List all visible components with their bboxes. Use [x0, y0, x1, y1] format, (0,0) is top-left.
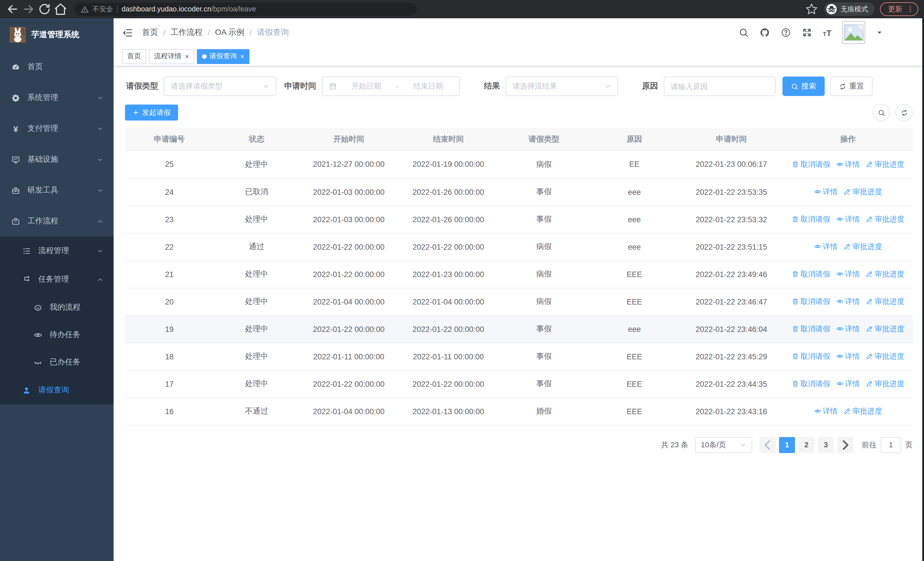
- progress-action-link[interactable]: 审批进度: [866, 269, 904, 279]
- github-icon[interactable]: [759, 27, 770, 38]
- browser-back-icon[interactable]: [6, 2, 20, 16]
- avatar[interactable]: [842, 21, 865, 44]
- sidebar-item-process-mgmt[interactable]: 流程管理: [0, 236, 114, 265]
- page-content: 请假类型 请选择请假类型 申请时间 开始日期 - 结束日期: [114, 66, 924, 561]
- reset-button[interactable]: 重置: [830, 77, 873, 96]
- detail-action-link[interactable]: 详情: [814, 242, 837, 252]
- breadcrumb-item[interactable]: OA 示例: [215, 27, 244, 38]
- progress-action-link[interactable]: 审批进度: [866, 296, 904, 307]
- close-icon[interactable]: ×: [185, 53, 189, 60]
- cancel-action-link[interactable]: 取消请假: [791, 324, 830, 334]
- detail-action-link[interactable]: 详情: [836, 269, 860, 279]
- sidebar-item-done-tasks[interactable]: 已办任务: [0, 349, 114, 376]
- next-page-button[interactable]: [837, 437, 853, 453]
- logo-row[interactable]: 芋道管理系统: [0, 18, 114, 51]
- browser-reload-icon[interactable]: [38, 2, 51, 16]
- sidebar-item-todo-tasks[interactable]: 待办任务: [0, 321, 114, 349]
- cancel-action-link[interactable]: 取消请假: [791, 351, 830, 362]
- page-button-1[interactable]: 1: [779, 437, 795, 453]
- progress-action-link[interactable]: 审批进度: [866, 351, 904, 362]
- cell-status: 通过: [214, 233, 300, 260]
- briefcase-icon: [11, 217, 20, 226]
- detail-action-link[interactable]: 详情: [836, 351, 860, 362]
- create-leave-button[interactable]: 发起请假: [125, 105, 178, 120]
- user-icon: [22, 386, 31, 394]
- tab-流程详情[interactable]: 流程详情×: [149, 49, 194, 64]
- progress-action-link[interactable]: 审批进度: [866, 324, 904, 334]
- date-start-placeholder[interactable]: 开始日期: [341, 81, 392, 92]
- browser-home-icon[interactable]: [54, 2, 68, 16]
- breadcrumb-item[interactable]: 工作流程: [171, 27, 202, 38]
- cancel-action-link[interactable]: 取消请假: [791, 269, 830, 279]
- cancel-action-link[interactable]: 取消请假: [791, 214, 830, 224]
- detail-action-link[interactable]: 详情: [836, 159, 860, 169]
- sidebar-item-workflow[interactable]: 工作流程: [0, 206, 114, 236]
- progress-action-link[interactable]: 审批进度: [843, 187, 882, 197]
- detail-action-link[interactable]: 详情: [836, 379, 860, 389]
- browser-update-button[interactable]: 更新: [880, 2, 918, 16]
- page-button-3[interactable]: 3: [818, 437, 834, 453]
- logo-image: [10, 27, 26, 43]
- dashboard-icon: [11, 63, 20, 71]
- cancel-action-link[interactable]: 取消请假: [791, 379, 830, 389]
- monitor-icon: [11, 155, 20, 164]
- security-warning-icon[interactable]: [81, 5, 88, 13]
- browser-menu-icon[interactable]: [906, 5, 914, 13]
- sidebar-item-task-mgmt[interactable]: 任务管理: [0, 265, 114, 294]
- cell-id: 20: [125, 288, 214, 315]
- close-icon[interactable]: ×: [240, 53, 244, 60]
- sidebar-item-home[interactable]: 首页: [0, 51, 114, 82]
- progress-action-link[interactable]: 审批进度: [843, 406, 882, 417]
- tab-请假查询[interactable]: 请假查询×: [197, 49, 249, 64]
- progress-action-link[interactable]: 审批进度: [866, 214, 904, 224]
- breadcrumb-item[interactable]: 首页: [142, 27, 158, 38]
- browser-forward-icon[interactable]: [22, 2, 35, 16]
- progress-action-link[interactable]: 审批进度: [866, 379, 904, 389]
- url-bar[interactable]: 不安全 dashboard.yudao.iocoder.cn/bpm/oa/le…: [74, 3, 417, 16]
- sidebar-item-pay-mgmt[interactable]: ¥支付管理: [0, 113, 114, 144]
- toggle-search-button[interactable]: [873, 104, 890, 121]
- refresh-table-button[interactable]: [896, 104, 913, 121]
- table-row: 21处理中2022-01-22 00:00:002022-01-23 00:00…: [125, 260, 913, 288]
- detail-action-link[interactable]: 详情: [814, 187, 837, 197]
- fullscreen-icon[interactable]: [802, 27, 812, 38]
- bookmark-star-icon[interactable]: [805, 2, 818, 16]
- sidebar-item-my-process[interactable]: 我的流程: [0, 294, 114, 321]
- font-size-icon[interactable]: TT: [823, 28, 831, 37]
- cancel-action-link[interactable]: 取消请假: [791, 296, 830, 307]
- prev-page-button[interactable]: [760, 437, 776, 453]
- sidebar-item-infrastructure[interactable]: 基础设施: [0, 144, 114, 175]
- date-range-picker[interactable]: 开始日期 - 结束日期: [322, 77, 460, 96]
- progress-action-link[interactable]: 审批进度: [866, 159, 904, 169]
- cell-id: 17: [125, 370, 214, 398]
- goto-page-input[interactable]: 1: [880, 437, 901, 453]
- sidebar-item-dev-tools[interactable]: 研发工具: [0, 175, 114, 206]
- cancel-action-link[interactable]: 取消请假: [791, 159, 830, 169]
- view-icon: [814, 243, 821, 251]
- tab-首页[interactable]: 首页: [122, 49, 146, 64]
- header-search-icon[interactable]: [738, 27, 748, 38]
- search-button[interactable]: 搜索: [783, 77, 825, 96]
- breadcrumb-separator: /: [163, 28, 165, 37]
- detail-action-link[interactable]: 详情: [814, 406, 837, 417]
- detail-action-link[interactable]: 详情: [836, 296, 860, 307]
- reason-input[interactable]: [670, 82, 769, 90]
- result-select[interactable]: 请选择流结果: [506, 77, 618, 96]
- help-icon[interactable]: [780, 27, 791, 38]
- cell-type: 病假: [499, 288, 589, 315]
- window-scrollbar[interactable]: [922, 18, 924, 561]
- detail-action-link[interactable]: 详情: [836, 324, 860, 334]
- sidebar-item-leave-query[interactable]: 请假查询: [0, 376, 114, 405]
- leave-type-select[interactable]: 请选择请假类型: [164, 77, 276, 96]
- user-menu-caret-icon[interactable]: [876, 29, 883, 36]
- sidebar-item-system-mgmt[interactable]: 系统管理: [0, 82, 114, 113]
- date-end-placeholder[interactable]: 结束日期: [403, 81, 453, 92]
- detail-action-link[interactable]: 详情: [836, 214, 860, 224]
- url-text[interactable]: dashboard.yudao.iocoder.cn/bpm/oa/leave: [122, 5, 256, 13]
- page-size-select[interactable]: 10条/页: [695, 437, 752, 453]
- security-label[interactable]: 不安全: [93, 4, 113, 14]
- progress-action-link[interactable]: 审批进度: [843, 242, 882, 252]
- sidebar-collapse-icon[interactable]: [122, 27, 133, 38]
- page-button-2[interactable]: 2: [798, 437, 814, 453]
- chevron-up-icon: [97, 276, 103, 283]
